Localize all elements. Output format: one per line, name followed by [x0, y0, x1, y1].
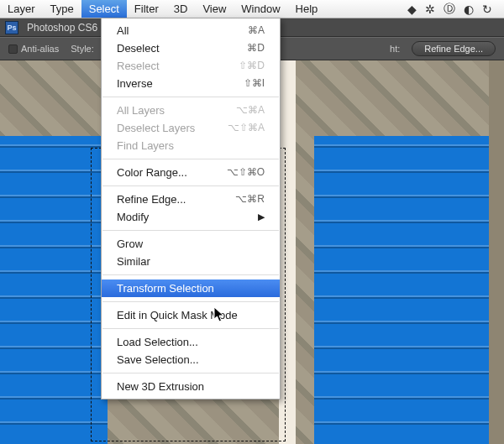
- menuitem-label: Transform Selection: [117, 281, 214, 295]
- menuitem-label: New 3D Extrusion: [117, 379, 204, 394]
- menuitem-grow[interactable]: Grow: [102, 235, 280, 253]
- menuitem-deselect[interactable]: Deselect ⌘D: [102, 39, 280, 57]
- menuitem-label: Color Range...: [117, 165, 187, 180]
- menuitem-transform-selection[interactable]: Transform Selection: [102, 279, 280, 297]
- sync-icon[interactable]: ↻: [482, 3, 492, 16]
- menuitem-all-layers: All Layers ⌥⌘A: [102, 102, 280, 119]
- menuitem-modify[interactable]: Modify ▶: [102, 208, 280, 226]
- menuitem-label: Modify: [117, 210, 149, 224]
- menuitem-inverse[interactable]: Inverse ⇧⌘I: [102, 75, 280, 92]
- menu-window[interactable]: Window: [234, 0, 287, 18]
- menuitem-label: Edit in Quick Mask Mode: [117, 308, 238, 322]
- menu-filter[interactable]: Filter: [127, 0, 166, 18]
- mac-menu-bar: Layer Type Select Filter 3D View Window …: [0, 0, 504, 18]
- menuitem-shortcut: ⌘A: [238, 24, 265, 38]
- style-label: Style:: [71, 44, 94, 54]
- anti-alias-label: Anti-alias: [21, 44, 59, 54]
- menuitem-label: Grow: [117, 237, 143, 251]
- menuitem-edit-quick-mask[interactable]: Edit in Quick Mask Mode: [102, 306, 280, 324]
- select-menu-dropdown: All ⌘A Deselect ⌘D Reselect ⇧⌘D Inverse …: [101, 18, 281, 400]
- checkbox-icon: [8, 44, 18, 54]
- menuitem-all[interactable]: All ⌘A: [102, 22, 280, 39]
- menuitem-save-selection[interactable]: Save Selection...: [102, 351, 280, 368]
- creative-cloud-icon[interactable]: ◐: [464, 3, 474, 16]
- menuitem-shortcut: ⌥⌘R: [225, 192, 265, 206]
- menuitem-deselect-layers: Deselect Layers ⌥⇧⌘A: [102, 119, 280, 137]
- menuitem-similar[interactable]: Similar: [102, 253, 280, 270]
- menu-help[interactable]: Help: [288, 0, 326, 18]
- submenu-arrow-icon: ▶: [258, 210, 265, 224]
- menuitem-label: All: [117, 24, 129, 38]
- menu-layer[interactable]: Layer: [0, 0, 43, 18]
- menuitem-shortcut: ⌥⌘A: [226, 103, 265, 118]
- menuitem-label: All Layers: [117, 103, 165, 118]
- develop-icon[interactable]: Ⓓ: [444, 2, 455, 17]
- skitch-icon[interactable]: ✲: [425, 3, 435, 16]
- menuitem-label: Inverse: [117, 76, 153, 91]
- menuitem-shortcut: ⇧⌘I: [234, 76, 265, 91]
- menuitem-load-selection[interactable]: Load Selection...: [102, 333, 280, 351]
- app-title: Photoshop CS6: [27, 22, 97, 34]
- menuitem-color-range[interactable]: Color Range... ⌥⇧⌘O: [102, 164, 280, 181]
- menuitem-label: Refine Edge...: [117, 192, 186, 206]
- menuitem-label: Find Layers: [117, 138, 174, 153]
- menu-type[interactable]: Type: [43, 0, 81, 18]
- gdrive-icon[interactable]: ◆: [407, 3, 417, 16]
- menuitem-label: Save Selection...: [117, 353, 199, 367]
- ht-label: ht:: [390, 44, 400, 54]
- anti-alias-checkbox[interactable]: Anti-alias: [8, 44, 59, 54]
- menuitem-shortcut: ⌘D: [237, 41, 265, 55]
- menuitem-shortcut: ⌥⇧⌘O: [217, 165, 265, 180]
- menuitem-refine-edge[interactable]: Refine Edge... ⌥⌘R: [102, 191, 280, 208]
- menuitem-find-layers: Find Layers: [102, 137, 280, 154]
- photoshop-logo-icon: [5, 21, 18, 34]
- menuitem-label: Deselect Layers: [117, 121, 195, 135]
- menuitem-shortcut: ⇧⌘D: [228, 59, 265, 73]
- menuitem-reselect: Reselect ⇧⌘D: [102, 57, 280, 75]
- menuitem-new-3d-extrusion[interactable]: New 3D Extrusion: [102, 378, 280, 395]
- menuitem-label: Load Selection...: [117, 335, 198, 349]
- menu-view[interactable]: View: [195, 0, 234, 18]
- menuitem-label: Reselect: [117, 59, 160, 73]
- menuitem-label: Similar: [117, 254, 150, 269]
- refine-edge-button[interactable]: Refine Edge...: [412, 41, 496, 56]
- menuitem-shortcut: ⌥⇧⌘A: [218, 121, 265, 135]
- menu-3d[interactable]: 3D: [166, 0, 196, 18]
- menu-select[interactable]: Select: [81, 0, 127, 18]
- menuitem-label: Deselect: [117, 41, 160, 55]
